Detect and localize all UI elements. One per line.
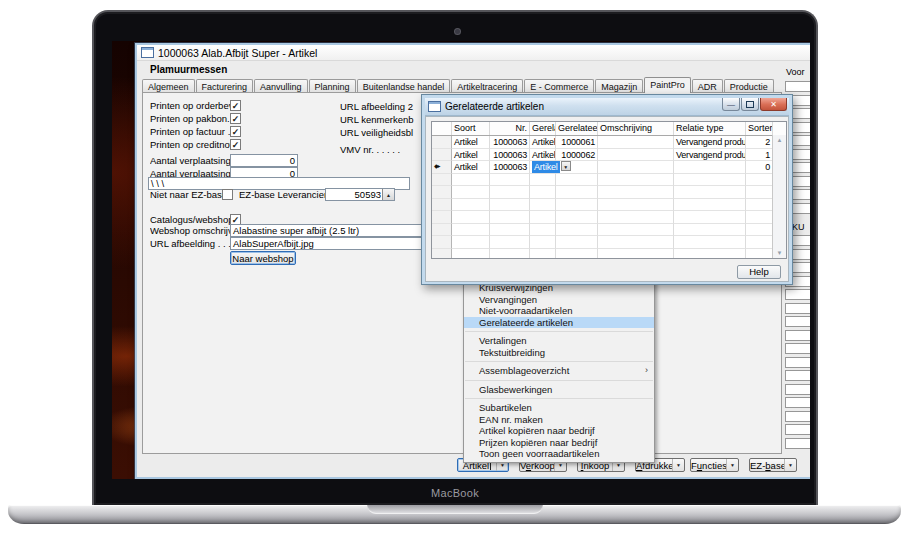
bottom-button-functies[interactable]: Functies▼: [690, 458, 739, 472]
close-button[interactable]: ✕: [760, 98, 787, 111]
scroll-up-icon[interactable]: ▲: [773, 137, 786, 143]
cell-sortering: [746, 236, 773, 249]
side-field[interactable]: [785, 411, 810, 422]
macbook-base: [8, 505, 901, 524]
print-option-checkbox[interactable]: ✓: [230, 139, 241, 150]
side-field[interactable]: [785, 370, 810, 381]
side-field[interactable]: [785, 343, 810, 354]
column-header-sortering[interactable]: Sortering: [746, 122, 773, 135]
side-field[interactable]: [785, 397, 810, 408]
popup-titlebar[interactable]: Gerelateerde artikelen — ✕: [425, 98, 789, 116]
scroll-down-icon[interactable]: ▼: [773, 250, 786, 256]
menu-item-vertalingen[interactable]: Vertalingen: [464, 335, 654, 347]
field-label: Printen op orderbeves...: [150, 100, 230, 111]
menu-item-assemblageoverzicht[interactable]: Assemblageoverzicht›: [464, 365, 654, 377]
print-option-checkbox[interactable]: ✓: [230, 113, 241, 124]
side-field[interactable]: [785, 424, 810, 435]
form-row: Printen op factuur . . . .✓: [150, 125, 241, 138]
menu-item-glasbewerkingen[interactable]: Glasbewerkingen: [464, 384, 654, 396]
column-header-gsoort[interactable]: Gerelate...: [530, 122, 556, 135]
bottom-button-ez-base[interactable]: EZ-base▼: [749, 458, 797, 472]
row-selector[interactable]: [432, 199, 452, 212]
help-button[interactable]: Help: [737, 265, 781, 279]
menu-item-prijzen-kopi-ren-naar-bedrijf[interactable]: Prijzen kopiëren naar bedrijf: [464, 437, 654, 449]
side-field[interactable]: [785, 316, 810, 327]
row-selector[interactable]: [432, 149, 452, 162]
naar-webshop-button[interactable]: Naar webshop: [230, 251, 296, 265]
column-header-relatie[interactable]: Relatie type: [674, 122, 746, 135]
tab-magazijn[interactable]: Magazijn: [595, 79, 643, 93]
side-field[interactable]: [785, 330, 810, 341]
column-header-sel[interactable]: [432, 122, 452, 135]
tab-productie[interactable]: Productie: [724, 79, 774, 93]
side-field[interactable]: [785, 357, 810, 368]
row-selector[interactable]: [432, 174, 452, 187]
lookup-arrow-icon[interactable]: ▲: [382, 189, 394, 200]
tab-algemeen[interactable]: Algemeen: [142, 79, 195, 93]
tab-paintpro[interactable]: PaintPro: [644, 77, 691, 93]
side-field[interactable]: [785, 384, 810, 395]
row-selector[interactable]: [432, 224, 452, 237]
row-selector[interactable]: [432, 211, 452, 224]
side-field[interactable]: [785, 289, 810, 300]
row-selector[interactable]: ◆▸: [432, 161, 452, 174]
tab-aanvulling[interactable]: Aanvulling: [254, 79, 308, 93]
window-titlebar[interactable]: 1000063 Alab.Afbijt Super - Artikel: [137, 45, 810, 61]
row-selector[interactable]: [432, 136, 452, 149]
column-header-gnr[interactable]: Gerelatee...: [556, 122, 598, 135]
menu-item-toon-geen-voorraadartikelen[interactable]: Toon geen voorraadartikelen: [464, 448, 654, 460]
macbook-frame: 1000063 Alab.Afbijt Super - Artikel Plam…: [0, 0, 909, 533]
field-label: URL kenmerkenb: [340, 114, 414, 125]
column-header-omschrijving[interactable]: Omschrijving: [598, 122, 674, 135]
table-row[interactable]: Artikel1000063Artikel1000061Vervangend p…: [432, 136, 786, 149]
tab-planning[interactable]: Planning: [309, 79, 356, 93]
tab-e-commerce[interactable]: E - Commerce: [524, 79, 594, 93]
row-selector[interactable]: [432, 186, 452, 199]
tab-facturering[interactable]: Facturering: [196, 79, 254, 93]
menu-item-niet-voorraadartikelen[interactable]: Niet-voorraadartikelen: [464, 305, 654, 317]
table-row[interactable]: [432, 174, 786, 187]
move-in-input[interactable]: 0: [230, 154, 298, 167]
table-row[interactable]: [432, 249, 786, 260]
form-row: Printen op creditnota . .✓: [150, 138, 241, 151]
menu-item-gerelateerde-artikelen[interactable]: Gerelateerde artikelen: [464, 317, 654, 329]
table-row[interactable]: Artikel1000063Artikel1000062Vervangend p…: [432, 149, 786, 162]
row-selector[interactable]: [432, 249, 452, 260]
tab-adr[interactable]: ADR: [692, 79, 723, 93]
column-header-soort[interactable]: Soort: [452, 122, 490, 135]
macbook-screen: 1000063 Alab.Afbijt Super - Artikel Plam…: [92, 10, 818, 505]
cell-soort: [452, 211, 490, 224]
not-ezbase-checkbox[interactable]: [222, 189, 233, 200]
table-row[interactable]: [432, 224, 786, 237]
side-field[interactable]: [785, 303, 810, 314]
table-row[interactable]: ◆▸Artikel1000063Artikel▼0: [432, 161, 786, 174]
print-option-checkbox[interactable]: ✓: [230, 100, 241, 111]
side-field[interactable]: [785, 81, 810, 92]
menu-item-tekstuitbreiding[interactable]: Tekstuitbreiding: [464, 347, 654, 359]
related-items-window: Gerelateerde artikelen — ✕ SoortNr.Gerel…: [421, 94, 793, 285]
table-row[interactable]: [432, 236, 786, 249]
vertical-scrollbar[interactable]: ▲ ▼: [772, 135, 786, 258]
print-option-checkbox[interactable]: ✓: [230, 126, 241, 137]
cell-gsoort: Artikel: [530, 136, 556, 149]
table-row[interactable]: [432, 186, 786, 199]
table-row[interactable]: [432, 211, 786, 224]
tab-buitenlandse-handel[interactable]: Buitenlandse handel: [357, 79, 451, 93]
cell-gsoort: [530, 236, 556, 249]
side-field[interactable]: [785, 438, 810, 449]
ezbase-supplier-input[interactable]: 50593 ▲: [325, 188, 395, 201]
cell-relatie: Vervangend product: [674, 136, 746, 149]
maximize-button[interactable]: [741, 98, 759, 111]
menu-item-ean-nr-maken[interactable]: EAN nr. maken: [464, 414, 654, 426]
window-title: 1000063 Alab.Afbijt Super - Artikel: [158, 47, 317, 59]
menu-item-vervangingen[interactable]: Vervangingen: [464, 294, 654, 306]
tab-artikeltracering[interactable]: Artikeltracering: [451, 79, 523, 93]
column-header-nr[interactable]: Nr.: [490, 122, 530, 135]
minimize-button[interactable]: —: [722, 98, 740, 111]
menu-item-subartikelen[interactable]: Subartikelen: [464, 402, 654, 414]
dropdown-arrow-icon: ▼: [784, 459, 796, 471]
popup-body: SoortNr.Gerelate...Gerelatee...Omschrijv…: [425, 116, 789, 282]
table-row[interactable]: [432, 199, 786, 212]
menu-item-artikel-kopi-ren-naar-bedrijf[interactable]: Artikel kopiëren naar bedrijf: [464, 425, 654, 437]
row-selector[interactable]: [432, 236, 452, 249]
